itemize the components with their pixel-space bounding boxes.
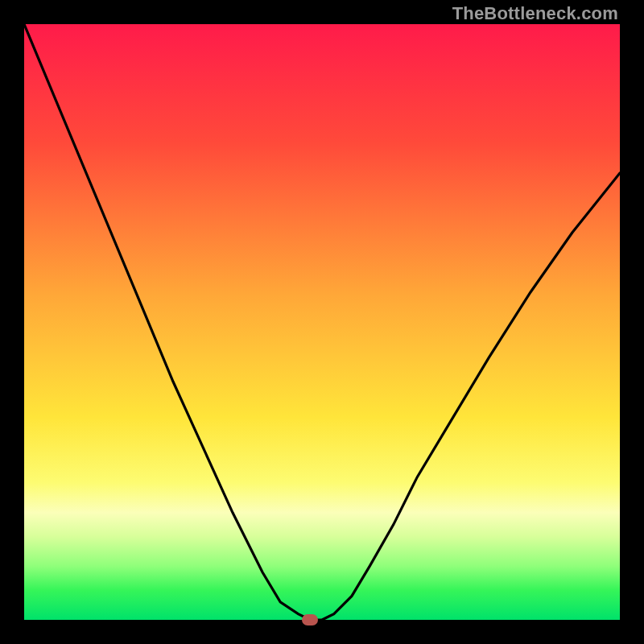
curve-path — [24, 24, 620, 620]
chart-marker — [302, 614, 318, 625]
chart-frame: TheBottleneck.com — [0, 0, 644, 644]
watermark-text: TheBottleneck.com — [452, 3, 618, 24]
chart-plot-area — [24, 24, 620, 620]
chart-curve — [24, 24, 620, 620]
